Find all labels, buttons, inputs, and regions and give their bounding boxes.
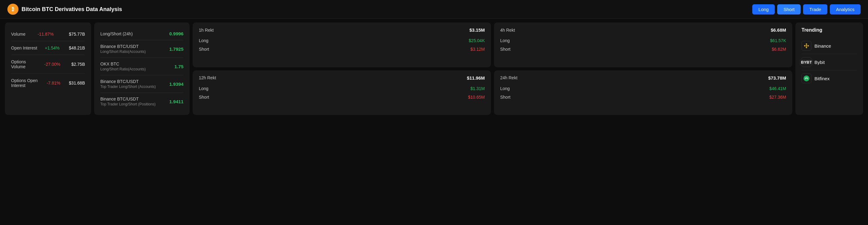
ls-row: Binance BTC/USDT Top Trader Long/Short (… [100, 75, 183, 93]
rekt-total: $6.68M [771, 27, 786, 33]
rekt-short-label: Short [500, 47, 510, 52]
rekt-title: 24h Rekt [500, 75, 518, 80]
rekt-card-24h: 24h Rekt $73.78M Long $46.41M Short $27.… [494, 70, 792, 115]
stat-label: Open Interest [11, 45, 37, 50]
rekt-short-row: Short $27.36M [500, 93, 786, 102]
stat-row: Open Interest +1.54% $48.21B [11, 41, 85, 55]
stat-value: $31.68B [60, 80, 85, 85]
rekt-long-row: Long $46.41M [500, 84, 786, 93]
trending-panel: Trending Binance BYBT Bybit Bitfinex [795, 23, 863, 115]
page-title: Bitcoin BTC Derivatives Data Analysis [22, 6, 122, 12]
rekt-header: 12h Rekt $11.96M [199, 75, 485, 80]
stat-change: +1.54% [38, 45, 59, 50]
ls-sub-label: Top Trader Long/Short (Positions) [100, 102, 155, 106]
long-short-panel: Long/Short (24h) 0.9996 Binance BTC/USDT… [94, 23, 190, 115]
ls-main-label: Binance BTC/USDT [100, 79, 156, 84]
rekt-short-row: Short $10.65M [199, 93, 485, 102]
rekt-long-row: Long $1.31M [199, 84, 485, 93]
ls-label-group: Binance BTC/USDT Top Trader Long/Short (… [100, 79, 156, 89]
stat-row: Volume -11.87% $75.77B [11, 27, 85, 41]
ls-sub-label: Long/Short Ratio(Accounts) [100, 49, 146, 54]
rekt-long-label: Long [500, 86, 510, 91]
ls-value: 1.7925 [169, 46, 183, 52]
stat-label: Volume [11, 32, 26, 37]
main-content: Volume -11.87% $75.77B Open Interest +1.… [0, 19, 868, 119]
ls-main-label: OKX BTC [100, 62, 146, 66]
rekt-short-value: $6.62M [772, 47, 786, 52]
rekt-short-value: $10.65M [468, 95, 485, 100]
rekt-card-1h: 1h Rekt $3.15M Long $25.04K Short $3.12M [193, 23, 491, 67]
rekt-long-label: Long [199, 86, 208, 91]
rekt-short-value: $3.12M [470, 47, 485, 52]
ls-main-label: Binance BTC/USDT [100, 97, 155, 102]
rekt-long-value: $1.31M [470, 86, 485, 91]
rekt-long-value: $46.41M [770, 86, 786, 91]
rekt-card-12h: 12h Rekt $11.96M Long $1.31M Short $10.6… [193, 70, 491, 115]
ls-row: Binance BTC/USDT Top Trader Long/Short (… [100, 93, 183, 110]
rekt-short-value: $27.36M [770, 95, 786, 100]
rekt-long-label: Long [500, 38, 510, 43]
bybit-icon: BYBT [802, 57, 811, 67]
trending-items: Binance BYBT Bybit Bitfinex [802, 38, 857, 86]
ls-label-group: Binance BTC/USDT Top Trader Long/Short (… [100, 97, 155, 106]
trending-item-bitfinex[interactable]: Bitfinex [802, 70, 857, 86]
rekt-long-value: $25.04K [469, 38, 485, 43]
stats-panel: Volume -11.87% $75.77B Open Interest +1.… [5, 23, 91, 115]
ls-row: Binance BTC/USDT Long/Short Ratio(Accoun… [100, 40, 183, 58]
ls-label-group: OKX BTC Long/Short Ratio(Accounts) [100, 62, 146, 71]
stat-change: -11.87% [32, 32, 54, 37]
trending-item-binance[interactable]: Binance [802, 38, 857, 54]
header: ₿ Bitcoin BTC Derivatives Data Analysis … [0, 0, 868, 19]
stat-row: Options Open Interest -7.81% $31.68B [11, 74, 85, 92]
svg-point-5 [803, 75, 809, 81]
nav-buttons: Long Short Trade Analytics [752, 4, 861, 14]
stat-label: Options Volume [11, 59, 39, 69]
rekt-long-label: Long [199, 38, 208, 43]
long-button[interactable]: Long [752, 4, 775, 14]
ls-label-group: Binance BTC/USDT Long/Short Ratio(Accoun… [100, 44, 146, 54]
rekt-short-label: Short [500, 95, 510, 100]
ls-value: 1.9411 [169, 99, 183, 104]
ls-label-group: Long/Short (24h) [100, 31, 133, 36]
rekt-header: 4h Rekt $6.68M [500, 27, 786, 33]
header-left: ₿ Bitcoin BTC Derivatives Data Analysis [7, 4, 122, 15]
binance-icon [802, 41, 811, 51]
btc-icon: ₿ [7, 4, 19, 15]
rekt-long-row: Long $61.57K [500, 36, 786, 45]
rekt-card-4h: 4h Rekt $6.68M Long $61.57K Short $6.62M [494, 23, 792, 67]
trade-button[interactable]: Trade [803, 4, 827, 14]
stat-value: $48.21B [60, 45, 85, 50]
ls-value: 1.9394 [169, 81, 183, 87]
trending-item-bybit[interactable]: BYBT Bybit [802, 54, 857, 70]
svg-marker-3 [806, 47, 807, 48]
rekt-title: 12h Rekt [199, 75, 216, 80]
rekt-long-value: $61.57K [770, 38, 786, 43]
trending-name: Bybit [814, 60, 825, 65]
trending-name: Bitfinex [814, 76, 830, 81]
trending-title: Trending [802, 27, 857, 33]
ls-sub-label: Top Trader Long/Short (Accounts) [100, 84, 156, 89]
short-button[interactable]: Short [777, 4, 801, 14]
ls-main-label: Long/Short (24h) [100, 31, 133, 36]
ls-row: Long/Short (24h) 0.9996 [100, 27, 183, 40]
stat-change: -27.00% [39, 62, 60, 67]
rekt-title: 4h Rekt [500, 28, 515, 33]
svg-marker-0 [806, 43, 807, 45]
stat-value: $75.77B [60, 32, 85, 37]
ls-main-label: Binance BTC/USDT [100, 44, 146, 49]
stat-value: $2.75B [60, 62, 85, 67]
rekt-short-row: Short $3.12M [199, 45, 485, 53]
rekt-short-label: Short [199, 95, 209, 100]
ls-sub-label: Long/Short Ratio(Accounts) [100, 67, 146, 71]
svg-marker-1 [804, 45, 806, 47]
svg-marker-2 [807, 45, 809, 47]
analytics-button[interactable]: Analytics [830, 4, 861, 14]
ls-row: OKX BTC Long/Short Ratio(Accounts) 1.75 [100, 58, 183, 75]
rekt-total: $11.96M [467, 75, 485, 80]
svg-marker-4 [806, 45, 807, 47]
rekt-grid: 1h Rekt $3.15M Long $25.04K Short $3.12M… [193, 23, 792, 115]
rekt-short-row: Short $6.62M [500, 45, 786, 53]
rekt-total: $3.15M [469, 27, 485, 33]
rekt-short-label: Short [199, 47, 209, 52]
rekt-header: 24h Rekt $73.78M [500, 75, 786, 80]
